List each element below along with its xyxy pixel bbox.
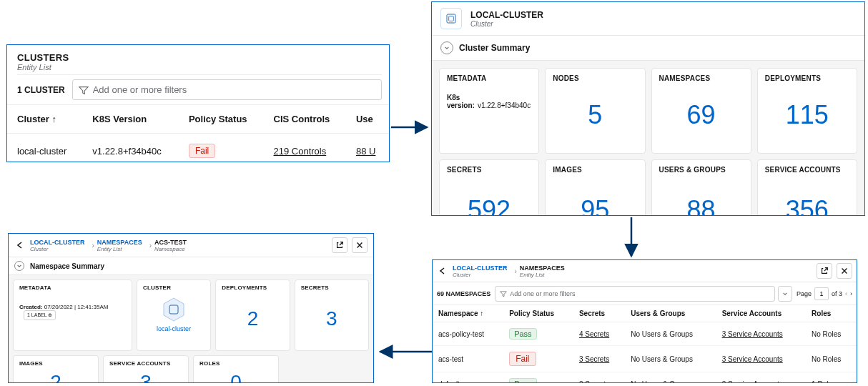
section-title: Namespace Summary bbox=[30, 262, 104, 270]
tile-cluster[interactable]: CLUSTER local-cluster bbox=[137, 279, 211, 351]
clusters-title: CLUSTERS bbox=[17, 52, 379, 63]
tile-label: IMAGES bbox=[19, 360, 92, 367]
col-cis[interactable]: CIS Controls bbox=[264, 105, 346, 134]
breadcrumb-cluster[interactable]: LOCAL-CLUSTERCluster bbox=[453, 264, 508, 278]
cluster-hex-icon bbox=[159, 295, 188, 324]
tile-label: SECRETS bbox=[301, 284, 363, 291]
cluster-summary-panel: LOCAL-CLUSTER Cluster Cluster Summary ME… bbox=[431, 1, 865, 216]
k8s-label: K8s version: bbox=[447, 94, 475, 109]
tile-label: DEPLOYMENTS bbox=[222, 284, 283, 291]
ns-count: 69 NAMESPACES bbox=[437, 290, 490, 297]
page-input[interactable] bbox=[814, 287, 829, 300]
tile-nodes[interactable]: NODES5 bbox=[545, 68, 645, 154]
cis-link[interactable]: 219 Controls bbox=[274, 146, 327, 157]
sa-link[interactable]: 3 Service Accounts bbox=[722, 330, 783, 338]
tile-value: 5 bbox=[553, 100, 637, 130]
col-policy[interactable]: Policy Status bbox=[179, 105, 264, 134]
close-button[interactable] bbox=[837, 263, 852, 279]
col-k8s[interactable]: K8S Version bbox=[82, 105, 179, 134]
table-row[interactable]: local-cluster v1.22.8+f34b40c Fail 219 C… bbox=[7, 134, 389, 169]
tile-deployments[interactable]: DEPLOYMENTS2 bbox=[215, 279, 290, 351]
col-ug[interactable]: Users & Groups bbox=[625, 305, 716, 322]
breadcrumb-current: NAMESPACESEntity List bbox=[520, 264, 565, 278]
section-header[interactable]: Namespace Summary bbox=[9, 257, 373, 275]
cell-roles: 1 Role bbox=[806, 372, 857, 384]
cluster-kind: Cluster bbox=[470, 20, 543, 28]
tile-label: METADATA bbox=[19, 284, 126, 291]
tile-secrets[interactable]: SECRETS3 bbox=[295, 279, 369, 351]
filter-input[interactable]: Add one or more filters bbox=[72, 79, 382, 100]
tile-secrets[interactable]: SECRETS592 bbox=[439, 159, 539, 216]
tile-label: METADATA bbox=[447, 74, 531, 82]
cell-name: local-cluster bbox=[7, 134, 82, 169]
cluster-link[interactable]: local-cluster bbox=[143, 325, 204, 332]
col-roles[interactable]: Roles bbox=[806, 305, 857, 322]
tile-images[interactable]: IMAGES2 bbox=[13, 355, 99, 383]
tile-namespaces[interactable]: NAMESPACES69 bbox=[651, 68, 751, 154]
back-button[interactable] bbox=[14, 241, 26, 249]
namespaces-table: Namespace ↑ Policy Status Secrets Users … bbox=[433, 305, 857, 383]
created-value: 07/20/2022 | 12:41:35AM bbox=[44, 304, 109, 310]
tile-label: ROLES bbox=[199, 360, 272, 367]
back-button[interactable] bbox=[437, 267, 448, 275]
arrow-3 bbox=[373, 335, 434, 363]
col-policy[interactable]: Policy Status bbox=[503, 305, 573, 322]
tile-label: CLUSTER bbox=[143, 284, 204, 291]
tile-label: USERS & GROUPS bbox=[659, 166, 744, 174]
users-link[interactable]: 88 U bbox=[356, 146, 375, 157]
page-prev-button[interactable]: ‹ bbox=[845, 290, 847, 297]
tile-service-accounts[interactable]: SERVICE ACCOUNTS356 bbox=[757, 159, 857, 216]
breadcrumb-namespaces[interactable]: NAMESPACESEntity List bbox=[97, 239, 142, 252]
close-button[interactable] bbox=[352, 237, 368, 253]
svg-rect-4 bbox=[449, 16, 454, 21]
table-row[interactable]: acs-testFail3 SecretsNo Users & Groups3 … bbox=[433, 346, 857, 372]
col-sa[interactable]: Service Accounts bbox=[716, 305, 806, 322]
namespace-summary-panel: LOCAL-CLUSTERCluster › NAMESPACESEntity … bbox=[8, 233, 374, 383]
open-external-button[interactable] bbox=[332, 237, 347, 253]
table-row[interactable]: defaultPass3 SecretsNo Users & Groups3 S… bbox=[433, 372, 857, 384]
cluster-name: LOCAL-CLUSTER bbox=[470, 10, 543, 20]
cell-ns: acs-policy-test bbox=[433, 322, 503, 346]
cell-ns: acs-test bbox=[433, 346, 503, 372]
page-of: of 3 bbox=[832, 290, 842, 297]
chevron-right-icon: › bbox=[92, 242, 94, 249]
cell-roles: No Roles bbox=[806, 346, 857, 372]
sa-link[interactable]: 3 Service Accounts bbox=[722, 355, 783, 363]
section-title: Cluster Summary bbox=[459, 43, 530, 53]
tile-images[interactable]: IMAGES95 bbox=[545, 159, 645, 216]
tile-roles[interactable]: ROLES0 bbox=[193, 355, 279, 383]
tile-label: SERVICE ACCOUNTS bbox=[765, 166, 849, 174]
tile-label: NAMESPACES bbox=[659, 74, 744, 82]
col-cluster[interactable]: Cluster ↑ bbox=[7, 105, 82, 134]
section-header[interactable]: Cluster Summary bbox=[432, 36, 864, 61]
tile-service-accounts[interactable]: SERVICE ACCOUNTS3 bbox=[103, 355, 189, 383]
filter-dropdown[interactable] bbox=[778, 286, 792, 302]
filter-icon bbox=[500, 290, 507, 297]
filter-input[interactable]: Add one or more filters bbox=[495, 286, 775, 302]
clusters-subtitle: Entity List bbox=[17, 63, 379, 71]
secrets-link[interactable]: 4 Secrets bbox=[579, 330, 609, 338]
tile-label: SERVICE ACCOUNTS bbox=[109, 360, 182, 367]
sa-link[interactable]: 3 Service Accounts bbox=[722, 380, 783, 384]
tile-value: 0 bbox=[199, 371, 272, 383]
cell-k8s: v1.22.8+f34b40c bbox=[82, 134, 179, 169]
cell-ns: default bbox=[433, 372, 503, 384]
page-next-button[interactable]: › bbox=[850, 290, 852, 297]
tile-value: 2 bbox=[222, 307, 283, 330]
label-count-pill[interactable]: 1 LABEL ⊕ bbox=[24, 310, 56, 320]
tile-deployments[interactable]: DEPLOYMENTS115 bbox=[757, 68, 857, 154]
col-ns[interactable]: Namespace ↑ bbox=[433, 305, 503, 322]
open-external-button[interactable] bbox=[817, 263, 832, 279]
table-row[interactable]: acs-policy-testPass4 SecretsNo Users & G… bbox=[433, 322, 857, 346]
breadcrumb-cluster[interactable]: LOCAL-CLUSTERCluster bbox=[30, 239, 85, 252]
tile-users-groups[interactable]: USERS & GROUPS88 bbox=[651, 159, 751, 216]
tile-value: 115 bbox=[765, 100, 849, 130]
secrets-link[interactable]: 3 Secrets bbox=[579, 355, 609, 363]
tile-label: SECRETS bbox=[447, 166, 531, 174]
col-users[interactable]: Use bbox=[346, 105, 389, 134]
tile-value: 69 bbox=[659, 100, 744, 130]
col-secrets[interactable]: Secrets bbox=[573, 305, 625, 322]
tile-value: 88 bbox=[659, 195, 744, 216]
tile-label: IMAGES bbox=[553, 166, 637, 174]
secrets-link[interactable]: 3 Secrets bbox=[579, 380, 609, 384]
